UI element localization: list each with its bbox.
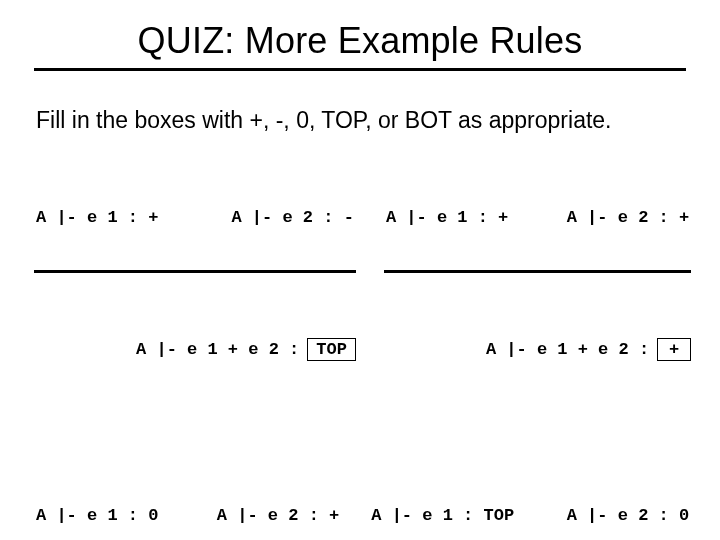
premise: A |- e 1 : TOP [371,506,514,525]
answer-box[interactable]: TOP [307,338,356,362]
rule-line [34,270,356,273]
rule-row: A |- e 1 : 0 A |- e 2 : + A |- e 1 / e 2… [34,468,686,540]
slide-title: QUIZ: More Example Rules [34,20,686,71]
premises: A |- e 1 : + A |- e 2 : + [384,208,691,230]
answer-box[interactable]: + [657,338,691,362]
inference-rule: A |- e 1 : + A |- e 2 : + A |- e 1 + e 2… [384,170,691,418]
premise: A |- e 1 : + [36,208,158,227]
conclusion: A |- e 1 + e 2 : TOP [34,319,356,381]
conclusion-text: A |- e 1 + e 2 : [486,340,649,359]
premise: A |- e 2 : + [567,208,689,227]
premise: A |- e 1 : + [386,208,508,227]
conclusion-text: A |- e 1 + e 2 : [136,340,299,359]
rule-row: A |- e 1 : + A |- e 2 : - A |- e 1 + e 2… [34,170,686,418]
premise: A |- e 2 : - [231,208,353,227]
premise: A |- e 2 : 0 [567,506,689,525]
premises: A |- e 1 : 0 A |- e 2 : + [34,506,341,528]
slide-prompt: Fill in the boxes with +, -, 0, TOP, or … [36,107,686,134]
premises: A |- e 1 : TOP A |- e 2 : 0 [369,506,691,528]
premises: A |- e 1 : + A |- e 2 : - [34,208,356,230]
conclusion: A |- e 1 + e 2 : + [384,319,691,381]
rule-line [384,270,691,273]
premise: A |- e 1 : 0 [36,506,158,525]
rules-area: A |- e 1 : + A |- e 2 : - A |- e 1 + e 2… [34,170,686,540]
premise: A |- e 2 : + [217,506,339,525]
inference-rule: A |- e 1 : 0 A |- e 2 : + A |- e 1 / e 2… [34,468,341,540]
inference-rule: A |- e 1 : TOP A |- e 2 : 0 A |- e 1 / e… [369,468,691,540]
inference-rule: A |- e 1 : + A |- e 2 : - A |- e 1 + e 2… [34,170,356,418]
